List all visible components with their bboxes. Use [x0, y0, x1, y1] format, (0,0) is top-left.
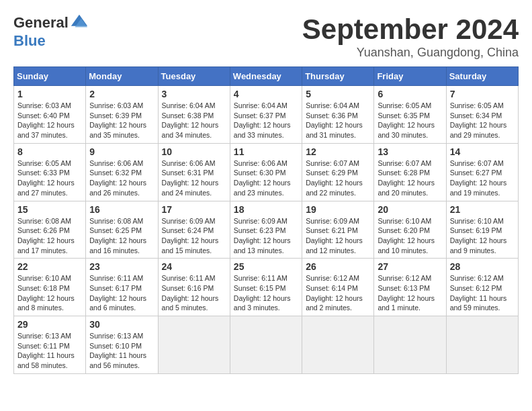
day-info: Sunrise: 6:09 AMSunset: 6:24 PMDaylight:… [162, 216, 226, 256]
calendar-cell [230, 316, 302, 374]
day-number: 17 [162, 204, 226, 215]
calendar-cell: 18Sunrise: 6:09 AMSunset: 6:23 PMDayligh… [230, 201, 302, 259]
day-info: Sunrise: 6:08 AMSunset: 6:26 PMDaylight:… [17, 216, 82, 256]
calendar-cell: 22Sunrise: 6:10 AMSunset: 6:18 PMDayligh… [14, 259, 86, 316]
calendar-cell [302, 316, 374, 374]
day-info: Sunrise: 6:06 AMSunset: 6:32 PMDaylight:… [89, 158, 154, 198]
day-info: Sunrise: 6:06 AMSunset: 6:31 PMDaylight:… [162, 158, 226, 198]
day-info: Sunrise: 6:12 AMSunset: 6:14 PMDaylight:… [306, 273, 370, 313]
calendar-cell: 23Sunrise: 6:11 AMSunset: 6:17 PMDayligh… [86, 259, 158, 316]
calendar-cell: 3Sunrise: 6:04 AMSunset: 6:38 PMDaylight… [158, 86, 230, 144]
day-number: 2 [89, 89, 154, 99]
day-number: 8 [17, 146, 82, 157]
day-info: Sunrise: 6:04 AMSunset: 6:38 PMDaylight:… [162, 101, 226, 140]
calendar-cell: 11Sunrise: 6:06 AMSunset: 6:30 PMDayligh… [230, 143, 302, 201]
day-number: 7 [450, 89, 515, 99]
calendar-cell: 4Sunrise: 6:04 AMSunset: 6:37 PMDaylight… [230, 86, 302, 144]
calendar-header-row: Sunday Monday Tuesday Wednesday Thursday… [14, 67, 519, 86]
day-info: Sunrise: 6:12 AMSunset: 6:13 PMDaylight:… [378, 273, 442, 313]
day-number: 5 [306, 89, 370, 99]
logo: General Blue [13, 13, 89, 50]
calendar-cell: 21Sunrise: 6:10 AMSunset: 6:19 PMDayligh… [446, 201, 518, 259]
day-info: Sunrise: 6:11 AMSunset: 6:17 PMDaylight:… [89, 273, 154, 313]
day-info: Sunrise: 6:07 AMSunset: 6:29 PMDaylight:… [306, 158, 370, 198]
day-info: Sunrise: 6:10 AMSunset: 6:18 PMDaylight:… [17, 273, 82, 313]
day-info: Sunrise: 6:11 AMSunset: 6:16 PMDaylight:… [162, 273, 226, 313]
calendar: Sunday Monday Tuesday Wednesday Thursday… [13, 66, 519, 374]
logo-blue: Blue [13, 32, 46, 50]
day-number: 16 [89, 204, 154, 215]
calendar-row: 15Sunrise: 6:08 AMSunset: 6:26 PMDayligh… [14, 201, 519, 259]
calendar-cell: 17Sunrise: 6:09 AMSunset: 6:24 PMDayligh… [158, 201, 230, 259]
day-number: 27 [378, 261, 442, 272]
col-sunday: Sunday [14, 67, 86, 86]
day-info: Sunrise: 6:04 AMSunset: 6:37 PMDaylight:… [234, 101, 298, 140]
calendar-cell: 8Sunrise: 6:05 AMSunset: 6:33 PMDaylight… [14, 143, 86, 201]
day-info: Sunrise: 6:05 AMSunset: 6:34 PMDaylight:… [450, 101, 515, 140]
calendar-cell: 15Sunrise: 6:08 AMSunset: 6:26 PMDayligh… [14, 201, 86, 259]
day-info: Sunrise: 6:09 AMSunset: 6:23 PMDaylight:… [234, 216, 298, 256]
day-info: Sunrise: 6:07 AMSunset: 6:27 PMDaylight:… [450, 158, 515, 198]
day-number: 23 [89, 261, 154, 272]
day-number: 24 [162, 261, 226, 272]
calendar-cell: 9Sunrise: 6:06 AMSunset: 6:32 PMDaylight… [86, 143, 158, 201]
day-number: 1 [17, 89, 82, 99]
calendar-cell: 26Sunrise: 6:12 AMSunset: 6:14 PMDayligh… [302, 259, 374, 316]
location: Yuanshan, Guangdong, China [302, 46, 519, 60]
day-number: 14 [450, 146, 515, 157]
day-info: Sunrise: 6:06 AMSunset: 6:30 PMDaylight:… [234, 158, 298, 198]
day-number: 26 [306, 261, 370, 272]
calendar-cell [158, 316, 230, 374]
day-info: Sunrise: 6:03 AMSunset: 6:39 PMDaylight:… [89, 101, 154, 140]
day-info: Sunrise: 6:13 AMSunset: 6:10 PMDaylight:… [89, 331, 154, 371]
day-number: 4 [234, 89, 298, 99]
day-number: 9 [89, 146, 154, 157]
calendar-cell [446, 316, 518, 374]
day-info: Sunrise: 6:09 AMSunset: 6:21 PMDaylight:… [306, 216, 370, 256]
day-info: Sunrise: 6:13 AMSunset: 6:11 PMDaylight:… [17, 331, 82, 371]
day-info: Sunrise: 6:11 AMSunset: 6:15 PMDaylight:… [234, 273, 298, 313]
day-number: 6 [378, 89, 442, 99]
day-number: 20 [378, 204, 442, 215]
day-number: 21 [450, 204, 515, 215]
day-info: Sunrise: 6:07 AMSunset: 6:28 PMDaylight:… [378, 158, 442, 198]
day-number: 18 [234, 204, 298, 215]
day-number: 15 [17, 204, 82, 215]
day-number: 10 [162, 146, 226, 157]
calendar-cell: 2Sunrise: 6:03 AMSunset: 6:39 PMDaylight… [86, 86, 158, 144]
calendar-cell: 27Sunrise: 6:12 AMSunset: 6:13 PMDayligh… [374, 259, 446, 316]
calendar-row: 1Sunrise: 6:03 AMSunset: 6:40 PMDaylight… [14, 86, 519, 144]
day-number: 11 [234, 146, 298, 157]
col-saturday: Saturday [446, 67, 518, 86]
calendar-cell: 5Sunrise: 6:04 AMSunset: 6:36 PMDaylight… [302, 86, 374, 144]
calendar-cell: 30Sunrise: 6:13 AMSunset: 6:10 PMDayligh… [86, 316, 158, 374]
calendar-cell [374, 316, 446, 374]
calendar-cell: 13Sunrise: 6:07 AMSunset: 6:28 PMDayligh… [374, 143, 446, 201]
col-friday: Friday [374, 67, 446, 86]
month-title: September 2024 [302, 13, 519, 46]
calendar-cell: 7Sunrise: 6:05 AMSunset: 6:34 PMDaylight… [446, 86, 518, 144]
day-info: Sunrise: 6:03 AMSunset: 6:40 PMDaylight:… [17, 101, 82, 140]
calendar-cell: 29Sunrise: 6:13 AMSunset: 6:11 PMDayligh… [14, 316, 86, 374]
page-header: General Blue September 2024 Yuanshan, Gu… [13, 13, 519, 60]
day-number: 29 [17, 319, 82, 330]
calendar-cell: 16Sunrise: 6:08 AMSunset: 6:25 PMDayligh… [86, 201, 158, 259]
day-info: Sunrise: 6:10 AMSunset: 6:20 PMDaylight:… [378, 216, 442, 256]
col-wednesday: Wednesday [230, 67, 302, 86]
day-number: 30 [89, 319, 154, 330]
col-tuesday: Tuesday [158, 67, 230, 86]
logo-general: General [13, 14, 69, 32]
day-number: 19 [306, 204, 370, 215]
calendar-cell: 20Sunrise: 6:10 AMSunset: 6:20 PMDayligh… [374, 201, 446, 259]
calendar-cell: 1Sunrise: 6:03 AMSunset: 6:40 PMDaylight… [14, 86, 86, 144]
day-info: Sunrise: 6:04 AMSunset: 6:36 PMDaylight:… [306, 101, 370, 140]
calendar-cell: 6Sunrise: 6:05 AMSunset: 6:35 PMDaylight… [374, 86, 446, 144]
calendar-row: 29Sunrise: 6:13 AMSunset: 6:11 PMDayligh… [14, 316, 519, 374]
calendar-cell: 10Sunrise: 6:06 AMSunset: 6:31 PMDayligh… [158, 143, 230, 201]
calendar-cell: 24Sunrise: 6:11 AMSunset: 6:16 PMDayligh… [158, 259, 230, 316]
day-info: Sunrise: 6:10 AMSunset: 6:19 PMDaylight:… [450, 216, 515, 256]
day-number: 22 [17, 261, 82, 272]
calendar-row: 22Sunrise: 6:10 AMSunset: 6:18 PMDayligh… [14, 259, 519, 316]
title-area: September 2024 Yuanshan, Guangdong, Chin… [302, 13, 519, 60]
calendar-cell: 25Sunrise: 6:11 AMSunset: 6:15 PMDayligh… [230, 259, 302, 316]
